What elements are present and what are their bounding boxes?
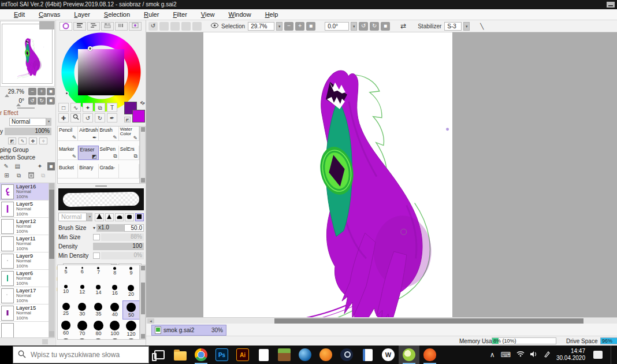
size-cell[interactable]: 40 (107, 301, 123, 319)
zoom-tool-icon[interactable] (70, 113, 81, 122)
tool-water-color[interactable]: Water Color✎ (119, 127, 139, 141)
layer-row[interactable]: Layer9Normal100% (0, 252, 49, 270)
document-tab[interactable]: smok g.sai2 30% (151, 325, 226, 336)
size-cell[interactable]: 35 (90, 301, 106, 319)
canvas-hscrollbar[interactable]: ◂ (146, 317, 617, 324)
size-cell[interactable]: 6 (74, 265, 90, 283)
move-lock-icon[interactable]: ✚ (29, 138, 37, 144)
navigator-panel[interactable] (0, 21, 55, 87)
wifi-icon[interactable] (516, 351, 525, 359)
angle-dropdown-icon[interactable]: ▾ (351, 22, 357, 31)
file-explorer-button[interactable] (170, 346, 191, 364)
tab-swatches[interactable] (115, 22, 128, 31)
nav-angle-reset-icon[interactable]: ■ (47, 97, 55, 105)
min-density-checkbox[interactable] (93, 252, 100, 259)
text-tool-icon[interactable]: T (107, 103, 117, 112)
angle-slider-handle[interactable] (16, 103, 21, 106)
sv-cursor[interactable] (88, 46, 92, 51)
size-cell[interactable] (90, 337, 106, 340)
density-slider[interactable]: 100 (93, 243, 144, 250)
nav-zoom-in-icon[interactable]: + (38, 88, 46, 95)
layer-row[interactable]: Layer17Normal100% (0, 287, 49, 304)
stabilizer-select[interactable]: S-3 (444, 22, 462, 31)
size-grid-scrollbar[interactable] (140, 265, 146, 340)
brush-edge-hardest-icon[interactable] (95, 213, 103, 221)
brush-blend-select[interactable]: Normal▾ (58, 213, 92, 221)
minimize-button[interactable] (607, 2, 615, 8)
stamp-icon[interactable]: ⧉ (95, 103, 105, 112)
keyboard-icon[interactable]: ⌨ (501, 351, 511, 359)
scrollbar-thumb[interactable] (49, 190, 54, 259)
brush-size-scale[interactable]: x1.0 (96, 224, 124, 232)
photoshop-button[interactable]: Ps (211, 346, 232, 364)
nav-rotate-cw-icon[interactable]: ↻ (38, 97, 46, 105)
protect-opacity-icon[interactable]: ◩ (8, 138, 16, 144)
size-cell[interactable]: 14 (90, 283, 106, 301)
brush-edge-hard-icon[interactable] (105, 213, 114, 221)
pen-settings-icon[interactable] (544, 351, 551, 359)
zoom-slider-handle[interactable] (5, 94, 9, 97)
min-size-checkbox[interactable] (93, 234, 100, 240)
rotate-cw-icon[interactable]: ↻ (370, 22, 379, 31)
zoom-field[interactable]: 29.7% (248, 22, 274, 31)
panel-handle[interactable] (17, 107, 35, 109)
layer-panel-hscroll[interactable] (0, 337, 55, 346)
canvas-page[interactable] (203, 32, 452, 317)
taskbar-search[interactable] (13, 346, 149, 363)
clipping-group-label[interactable]: ping Group (0, 147, 55, 153)
size-cell[interactable] (74, 337, 90, 340)
notification-center-icon[interactable] (593, 351, 603, 359)
tool-grid-scrollbar[interactable] (140, 126, 146, 184)
scroll-down-icon[interactable] (49, 331, 54, 337)
panel-handle[interactable] (95, 185, 107, 187)
saturation-value-box[interactable] (78, 49, 124, 95)
tool-selpen[interactable]: SelPen⧉ (99, 146, 119, 160)
eyedropper-icon[interactable]: ✒ (107, 113, 117, 122)
move-tool-icon[interactable]: ✚ (58, 113, 69, 122)
rect-select-icon[interactable]: □ (58, 103, 69, 112)
tool-bucket[interactable]: Bucket (58, 164, 78, 179)
menu-edit[interactable]: Edit (7, 11, 32, 18)
size-cell[interactable]: 30 (74, 301, 90, 319)
blue-doc-app-button[interactable] (357, 346, 378, 364)
tool-gradation[interactable]: Grada- (99, 164, 119, 179)
copy-layer-icon[interactable]: ⧉ (14, 172, 23, 180)
lasso-icon[interactable]: ∿ (70, 103, 81, 112)
menu-layer[interactable]: Layer (67, 11, 97, 18)
flip-horizontal-icon[interactable]: ⇄ (400, 22, 406, 30)
tool-pencil[interactable]: Pencil✎ (58, 127, 78, 141)
blend-mode-select[interactable]: Normal ▾ (9, 118, 51, 126)
size-cell[interactable]: 5 (58, 265, 74, 283)
start-button[interactable] (0, 346, 13, 364)
color-wheel[interactable] (61, 32, 142, 113)
tab-hsv-slider[interactable] (87, 22, 100, 31)
zoom-in-icon[interactable]: + (295, 22, 304, 31)
opacity-slider[interactable]: 100% (5, 128, 51, 135)
rotate-ccw-icon[interactable]: ↺ (359, 22, 368, 31)
brush-edge-softer-icon[interactable] (125, 213, 133, 221)
layer-row[interactable]: Layer15Normal100% (0, 304, 49, 322)
brush-size-dropdown-icon[interactable]: ▾ (93, 225, 95, 231)
angle-reset-icon[interactable]: ■ (381, 22, 390, 31)
new-layer-set-icon[interactable]: ▤ (13, 162, 21, 170)
layer-row[interactable]: Layer12Normal100% (0, 218, 49, 235)
canvas-area[interactable] (146, 32, 617, 317)
tool-brush[interactable]: Brush✎ (99, 127, 119, 141)
tool-marker[interactable]: Marker✎ (58, 146, 78, 160)
tab-scratchpad[interactable] (129, 22, 142, 31)
hue-cursor[interactable] (65, 91, 69, 95)
undo-icon[interactable]: ↺ (148, 22, 158, 31)
delete-layer-icon[interactable] (27, 172, 35, 180)
selection-eye-icon[interactable] (211, 23, 218, 29)
menu-view[interactable]: View (194, 11, 222, 18)
magic-wand-icon[interactable]: ✦ (83, 103, 93, 112)
fill-layer-icon[interactable]: ■ (47, 162, 55, 170)
secondary-color-swatch[interactable] (132, 110, 145, 122)
rotate-view-icon[interactable]: ↺ (83, 113, 93, 122)
size-cell[interactable]: 80 (90, 319, 106, 337)
wattpad-button[interactable]: W (378, 346, 399, 364)
tool-selers[interactable]: SelErs⧉ (119, 146, 139, 160)
layer-row[interactable]: Layer6Normal100% (0, 270, 49, 287)
size-cell[interactable] (58, 337, 74, 340)
size-cell[interactable]: 12 (74, 283, 90, 301)
